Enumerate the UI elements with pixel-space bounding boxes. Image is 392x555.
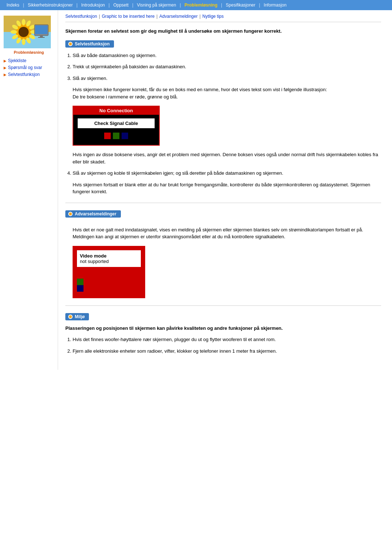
sidebar-logo-image xyxy=(4,16,51,48)
miljo-step-2: Fjern alle elektroniske enheter som radi… xyxy=(73,348,381,355)
video-line2: not supported xyxy=(80,259,109,264)
arrow-icon-3: ▶ xyxy=(4,73,7,77)
nav-introduksjon[interactable]: Introduksjon xyxy=(78,2,108,8)
square-red xyxy=(104,133,111,139)
sub-navigation: Selvtestfunksjon | Graphic to be inserte… xyxy=(65,14,381,22)
video-square-blue xyxy=(77,285,83,292)
main-layout: Problemløsning ▶ Sjekkliste ▶ Spørsmål o… xyxy=(0,10,392,370)
badge-dot-1 xyxy=(68,42,73,46)
svg-point-4 xyxy=(22,19,25,25)
step-1: Slå av både datamaskinen og skjermen. xyxy=(73,52,381,59)
svg-point-10 xyxy=(22,39,25,45)
svg-point-3 xyxy=(19,27,29,37)
nav-informasjon[interactable]: Informasjon xyxy=(261,2,290,8)
video-color-squares xyxy=(77,270,141,294)
square-blue xyxy=(122,133,128,139)
steps-list-1: Slå av både datamaskinen og skjermen. Tr… xyxy=(73,52,381,82)
square-green xyxy=(113,133,119,139)
video-square-red xyxy=(77,272,83,279)
video-square-green xyxy=(77,279,83,285)
section1-badge: Selvtestfunksjon xyxy=(65,40,114,48)
badge-dot-3 xyxy=(68,315,73,319)
arrow-icon-1: ▶ xyxy=(4,59,7,63)
section1-badge-label: Selvtestfunksjon xyxy=(75,41,110,46)
video-box: Video mode not supported xyxy=(73,246,145,298)
subnav-sep-2: | xyxy=(156,14,158,19)
color-squares xyxy=(78,131,155,141)
section2-badge: Advarselsmeldinger xyxy=(65,210,121,218)
nav-sep-2: | xyxy=(77,3,78,8)
step-2: Trekk ut skjermkabelen på baksiden av da… xyxy=(73,63,381,70)
sidebar-logo xyxy=(4,16,51,48)
svg-point-13 xyxy=(11,30,17,34)
between-note-1: Hvis ingen av disse boksene vises, angir… xyxy=(73,151,381,165)
main-content: Selvtestfunksjon | Graphic to be inserte… xyxy=(58,10,392,370)
sidebar-item-selvtest[interactable]: ▶ Selvtestfunksjon xyxy=(4,72,58,77)
divider-1 xyxy=(65,203,381,203)
step-note-1: Hvis skjermen ikke fungerer korrekt, får… xyxy=(73,86,381,100)
video-box-text: Video mode not supported xyxy=(77,250,141,267)
nav-sep-4: | xyxy=(132,3,133,8)
miljo-bold-text: Plasseringen og posisjonen til skjermen … xyxy=(65,325,381,332)
section2-text: Hvis det er noe galt med inndatasignalet… xyxy=(73,226,381,240)
sidebar-item-sporsmal[interactable]: ▶ Spørsmål og svar xyxy=(4,65,58,70)
nav-sep-1: | xyxy=(23,3,24,8)
nav-sep-5: | xyxy=(180,3,181,8)
subnav-tips[interactable]: Nytlige tips xyxy=(203,14,224,19)
sidebar: Problemløsning ▶ Sjekkliste ▶ Spørsmål o… xyxy=(0,10,58,370)
signal-box: No Connection Check Signal Cable xyxy=(73,106,160,146)
sidebar-item-sjekkliste[interactable]: ▶ Sjekkliste xyxy=(4,58,58,63)
svg-rect-17 xyxy=(35,25,48,34)
sidebar-label-selvtest: Selvtestfunksjon xyxy=(8,72,40,77)
arrow-icon-2: ▶ xyxy=(4,66,7,70)
subnav-graphic[interactable]: Graphic to be inserted here xyxy=(102,14,155,19)
step-note-2: Hvis skjermen fortsatt er blank etter at… xyxy=(73,181,381,195)
subnav-selvtest[interactable]: Selvtestfunksjon xyxy=(65,14,97,19)
miljo-steps: Hvis det finnes woofer-høyttalere nær sk… xyxy=(73,336,381,355)
sidebar-logo-label: Problemløsning xyxy=(4,50,54,54)
nav-sep-7: | xyxy=(259,3,260,8)
subnav-advarsel[interactable]: Advarselsmeldinger xyxy=(159,14,197,19)
step-3: Slå av skjermen. xyxy=(73,75,381,82)
subnav-sep-1: | xyxy=(99,14,100,19)
nav-sep-3: | xyxy=(109,3,110,8)
miljo-step-1: Hvis det finnes woofer-høyttalere nær sk… xyxy=(73,336,381,343)
intro-text: Skjermen foretar en selvtest som gir deg… xyxy=(65,28,381,35)
nav-sep-6: | xyxy=(221,3,222,8)
subnav-sep-3: | xyxy=(199,14,200,19)
top-navigation: Indeks | Sikkerhetsinstruksjoner | Intro… xyxy=(0,0,392,10)
signal-box-sub: Check Signal Cable xyxy=(78,118,155,128)
divider-2 xyxy=(65,305,381,306)
sidebar-navigation: ▶ Sjekkliste ▶ Spørsmål og svar ▶ Selvte… xyxy=(0,58,58,77)
badge-dot-2 xyxy=(68,212,73,216)
section3-badge: Miljø xyxy=(65,313,89,320)
nav-spesifikasjoner[interactable]: Spesifikasjoner xyxy=(223,2,258,8)
step-4: Slå av skjermen og koble til skjermkabel… xyxy=(73,170,381,177)
nav-indeks[interactable]: Indeks xyxy=(4,2,22,8)
sidebar-label-sporsmal: Spørsmål og svar xyxy=(8,65,42,70)
steps-list-2: Slå av skjermen og koble til skjermkabel… xyxy=(73,170,381,177)
svg-rect-19 xyxy=(38,37,45,38)
nav-visning[interactable]: Visning på skjermen xyxy=(134,2,179,8)
video-line1: Video mode xyxy=(80,253,138,259)
signal-box-title: No Connection xyxy=(73,106,159,115)
nav-sikkerhet[interactable]: Sikkerhetsinstruksjoner xyxy=(25,2,75,8)
nav-oppsett[interactable]: Oppsett xyxy=(110,2,131,8)
section2-badge-label: Advarselsmeldinger xyxy=(75,211,117,216)
nav-problemlosning[interactable]: Problemløsning xyxy=(181,2,220,8)
section3-badge-label: Miljø xyxy=(75,314,85,319)
sidebar-label-sjekkliste: Sjekkliste xyxy=(8,58,26,63)
